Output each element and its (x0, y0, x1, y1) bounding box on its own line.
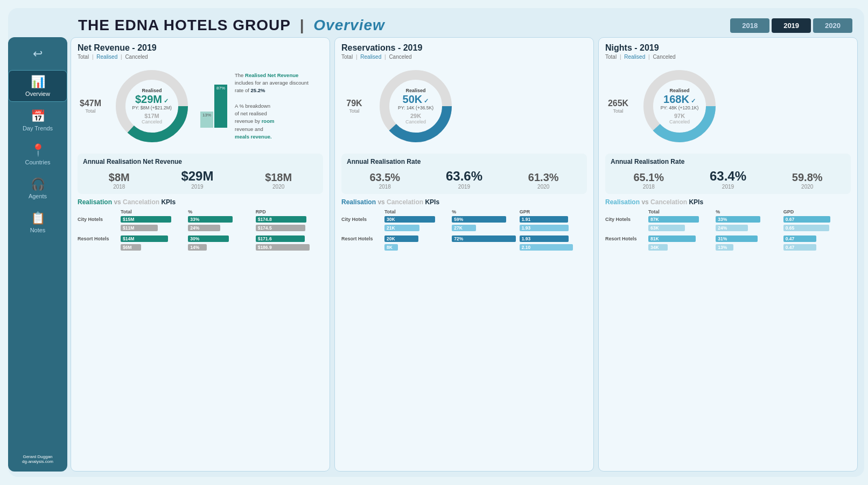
res-resort-gpr2: 2.10 (520, 244, 573, 251)
net-revenue-subtitle: Total | Realised | Canceled (78, 54, 323, 60)
sidebar-item-countries[interactable]: 📍 Countries (8, 139, 67, 170)
res-annual-2020: 61.3% 2020 (528, 171, 559, 190)
sidebar-label-agents: Agents (29, 193, 47, 199)
sidebar-item-notes[interactable]: 📋 Notes (8, 207, 67, 238)
nights-kpi-city-gpd: 0.67 0.65 (783, 216, 851, 233)
nights-annual-section: Annual Realisation Rate 65.1% 2018 63.4%… (605, 154, 851, 194)
nr-center-label: Realised (132, 88, 171, 93)
res-center-value: 50K ✓ (398, 93, 433, 105)
nr-mini-bars: 13% 87% (200, 85, 227, 128)
nr-resort-bar2: $6M (121, 244, 141, 251)
sidebar-item-day-trends[interactable]: 📅 Day Trends (8, 105, 67, 136)
nr-canceled-val: $17M (132, 113, 171, 119)
res-kpi-hdr-gpr: GPR (520, 209, 587, 214)
res-donut-center: Realised 50K ✓ PY: 14K (+36.5K) 29K Canc… (398, 88, 433, 124)
nr-city-bar1: $15M (121, 216, 171, 223)
year-tab-2019[interactable]: 2019 (772, 18, 811, 33)
res-city-bar1: 30K (384, 216, 435, 223)
reservations-panel: Reservations - 2019 Total | Realised | C… (334, 37, 594, 472)
year-tab-group: 2018 2019 2020 (730, 18, 852, 33)
nights-annual-yr-2018: 2018 (633, 184, 664, 190)
sidebar-item-agents[interactable]: 🎧 Agents (8, 173, 67, 204)
back-icon: ↩ (33, 47, 43, 61)
nights-panel: Nights - 2019 Total | Realised | Cancele… (598, 37, 858, 472)
nr-resort-pct2: 14% (188, 244, 207, 251)
res-annual-yr-2019: 2019 (446, 184, 482, 190)
res-annual-yr-2020: 2020 (528, 184, 559, 190)
nr-annual-title: Annual Realisation Net Revenue (83, 158, 318, 165)
nights-city-gpd2: 0.65 (783, 225, 829, 231)
nr-kpi-section: Realisation vs Cancelation KPIs Total % … (78, 198, 323, 466)
panels-container: Net Revenue - 2019 Total | Realised | Ca… (71, 37, 858, 472)
nr-total-value: $47M (78, 99, 103, 108)
nr-annual-section: Annual Realisation Net Revenue $8M 2018 … (78, 154, 323, 194)
nr-py: PY: $8M (+$21.2M) (132, 105, 171, 110)
nr-kpi-hdr-pct: % (188, 209, 255, 214)
res-subtitle: Total | Realised | Canceled (341, 54, 587, 60)
nr-resort-pct1: 30% (188, 235, 228, 242)
nights-total-value: 265K (605, 99, 631, 108)
nr-sub-canceled: Canceled (125, 54, 148, 60)
nr-sub-realised: Realised (96, 54, 117, 60)
nights-kpi-resort-pct: 31% 13% (716, 235, 783, 252)
nights-kpi-kpi: KPIs (689, 198, 703, 206)
nr-total-sublabel: Total (78, 108, 103, 114)
nr-bar-light: 13% (200, 112, 213, 128)
nr-kpi-hdr-rpd: RPD (256, 209, 323, 214)
nights-city-bar1: 87K (648, 216, 699, 223)
res-annual-section: Annual Realisation Rate 63.5% 2018 63.6%… (341, 154, 587, 194)
nights-annual-2020: 59.8% 2020 (792, 171, 823, 190)
nights-left-label: 265K Total (605, 99, 631, 114)
res-kpi-hdr-pct: % (452, 209, 519, 214)
nr-ann-line6: revenue by room (235, 117, 323, 125)
nights-annual-val-2019: 63.4% (710, 169, 746, 184)
res-kpi-city: City Hotels 30K 21K 59% 27K 1.91 1.93 (341, 216, 587, 233)
nr-kpi-resort-pct: 30% 14% (188, 235, 255, 252)
sidebar-item-overview[interactable]: 📊 Overview (8, 70, 67, 102)
res-kpi-title: Realisation vs Cancelation KPIs (341, 198, 587, 206)
res-py: PY: 14K (+36.5K) (398, 105, 433, 110)
res-left-label: 79K Total (341, 99, 367, 114)
nights-annual-val-2018: 65.1% (633, 171, 664, 184)
nights-resort-bar2: 34K (648, 244, 668, 251)
nr-sub-total: Total (78, 54, 89, 60)
nights-city-bar2: 63K (648, 225, 685, 231)
nights-kpi-realisation: Realisation (605, 198, 640, 206)
nights-kpi-title: Realisation vs Cancelation KPIs (605, 198, 851, 206)
nights-annual-yr-2020: 2020 (792, 184, 823, 190)
res-kpi-hdr-total: Total (384, 209, 452, 214)
sidebar-item-back[interactable]: ↩ (8, 43, 67, 67)
nights-kpi-cancel: Cancelation (650, 198, 687, 206)
nr-kpi-city-label: City Hotels (78, 216, 121, 222)
title-italic: Overview (313, 17, 385, 33)
nights-city-pct1: 33% (716, 216, 760, 223)
nr-ann-line1: The Realised Net Revenue (235, 72, 323, 79)
nights-resort-gpd2: 0.47 (783, 244, 816, 251)
nights-kpi-resort-gpd: 0.47 0.47 (783, 235, 851, 252)
nr-kpi-vs: vs (114, 198, 123, 206)
res-kpi-resort: Resort Hotels 20K 8K 72% 1.93 2.10 (341, 235, 587, 252)
nights-resort-pct1: 31% (716, 235, 758, 242)
nights-kpi-section: Realisation vs Cancelation KPIs Total % … (605, 198, 851, 466)
year-tab-2018[interactable]: 2018 (730, 18, 769, 33)
credit-url: dg-analysis.com (22, 459, 53, 464)
res-annual-title: Annual Realisation Rate (347, 158, 582, 165)
nr-bar-dark: 87% (214, 85, 227, 128)
nr-annual-yr-2019: 2019 (181, 184, 213, 190)
nights-kpi-city-pct: 33% 24% (716, 216, 783, 233)
res-canceled-label: Canceled (398, 119, 433, 124)
res-city-gpr1: 1.91 (520, 216, 568, 223)
nights-kpi-hdr-gpd: GPD (783, 209, 851, 214)
net-revenue-panel: Net Revenue - 2019 Total | Realised | Ca… (71, 37, 330, 472)
res-donut-chart: Realised 50K ✓ PY: 14K (+36.5K) 29K Canc… (373, 63, 459, 149)
nights-resort-pct2: 13% (716, 244, 733, 251)
nr-annual-2019: $29M 2019 (181, 169, 213, 190)
nights-kpi-resort-label: Resort Hotels (605, 235, 648, 241)
nr-kpi-kpi: KPIs (161, 198, 176, 206)
nights-kpi-vs: vs (641, 198, 650, 206)
title-bold: THE EDNA HOTELS GROUP (78, 17, 291, 33)
nr-kpi-headers: Total % RPD (78, 209, 323, 214)
nights-city-gpd1: 0.67 (783, 216, 831, 223)
year-tab-2020[interactable]: 2020 (813, 18, 852, 33)
res-sub-canceled: Canceled (389, 54, 411, 60)
